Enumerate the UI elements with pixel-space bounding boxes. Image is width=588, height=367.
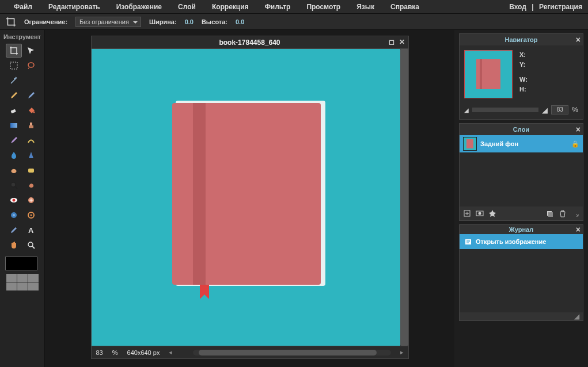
picker-tool[interactable]: [6, 223, 22, 237]
draw-tool[interactable]: [23, 133, 39, 147]
menu-help[interactable]: Справка: [382, 3, 427, 11]
zoom-input[interactable]: 83: [551, 105, 568, 114]
lasso-tool[interactable]: [23, 59, 39, 72]
close-icon[interactable]: ×: [576, 125, 581, 134]
spotheal-tool[interactable]: [23, 193, 39, 207]
menu-filter[interactable]: Фильтр: [257, 3, 299, 11]
history-label: Открыть изображение: [476, 238, 546, 245]
lock-icon[interactable]: 🔒: [571, 140, 579, 148]
register-link[interactable]: Регистрация: [539, 3, 582, 11]
move-tool[interactable]: [23, 44, 39, 58]
hand-tool[interactable]: [6, 238, 22, 252]
color-swatch[interactable]: [5, 257, 40, 270]
width-label: Ширина:: [149, 18, 177, 25]
type-tool[interactable]: A: [23, 223, 39, 237]
history-title: Журнал: [509, 226, 533, 233]
vertical-scrollbar[interactable]: [400, 49, 408, 346]
mask-icon[interactable]: [476, 209, 484, 217]
close-icon[interactable]: ✕: [398, 38, 406, 46]
layer-name[interactable]: Задний фон: [480, 140, 568, 147]
toolbox: Инструмент A: [0, 30, 45, 367]
doc-dims: 640x640 px: [127, 349, 160, 356]
gradient-tool[interactable]: [6, 118, 22, 132]
zoom-value[interactable]: 83: [96, 349, 103, 356]
zoom-pct: %: [572, 106, 578, 114]
menu-lang[interactable]: Язык: [348, 3, 382, 11]
spacer1: [23, 74, 39, 87]
close-icon[interactable]: ×: [576, 225, 581, 234]
menu-file[interactable]: Файл: [6, 3, 40, 11]
brush-tool[interactable]: [23, 89, 39, 102]
menu-view[interactable]: Просмотр: [298, 3, 348, 11]
crop-icon: [6, 17, 16, 27]
height-label: Высота:: [202, 18, 227, 25]
svg-point-20: [479, 212, 481, 215]
height-value[interactable]: 0.0: [236, 18, 244, 25]
colorreplace-tool[interactable]: [6, 133, 22, 147]
document-titlebar[interactable]: book-1784458_640 ◻ ✕: [91, 36, 409, 48]
smudge-tool[interactable]: [6, 163, 22, 177]
zoomin-icon[interactable]: ◢: [542, 106, 548, 114]
svg-point-13: [13, 214, 15, 216]
svg-rect-22: [548, 212, 553, 217]
auth-sep: |: [532, 3, 533, 11]
svg-text:A: A: [28, 226, 34, 235]
horizontal-scrollbar[interactable]: [193, 350, 390, 355]
blur-tool[interactable]: [6, 148, 22, 162]
navigator-thumb[interactable]: [464, 50, 513, 98]
burn-tool[interactable]: [23, 178, 39, 192]
document-status: 83 % 640x640 px ◂ ▸: [91, 346, 409, 359]
eraser-tool[interactable]: [6, 104, 22, 117]
layers-title: Слои: [513, 126, 529, 133]
menu-adjust[interactable]: Коррекция: [204, 3, 257, 11]
zoom-tool[interactable]: [23, 238, 39, 252]
book-image: [172, 103, 323, 287]
wand-tool[interactable]: [6, 74, 22, 87]
pencil-tool[interactable]: [6, 89, 22, 102]
zoom-slider[interactable]: ◢ ◢ 83 %: [460, 103, 583, 119]
menu-edit[interactable]: Редактировать: [40, 3, 108, 11]
svg-point-8: [11, 182, 16, 187]
navigator-panel: Навигатор× X: Y: W: H: ◢ ◢ 83 %: [459, 33, 583, 120]
palette-grid[interactable]: [6, 274, 39, 290]
layers-footer: [460, 207, 583, 220]
zoomout-icon[interactable]: ◢: [464, 107, 469, 113]
layer-row[interactable]: Задний фон 🔒: [460, 135, 583, 152]
sharpen-tool[interactable]: [23, 148, 39, 162]
merge-icon[interactable]: [546, 209, 554, 217]
resize-icon[interactable]: [571, 209, 579, 217]
clone-tool[interactable]: [23, 118, 39, 132]
constraint-select[interactable]: Без ограничения: [75, 17, 141, 27]
history-item[interactable]: Открыть изображение: [460, 234, 583, 249]
resize-icon[interactable]: ◢: [574, 312, 579, 320]
close-icon[interactable]: ×: [576, 35, 581, 44]
crop-tool[interactable]: [6, 44, 22, 58]
document-title: book-1784458_640: [219, 39, 280, 47]
constraint-label: Ограничение:: [24, 18, 67, 25]
navigator-info: X: Y: W: H:: [519, 50, 528, 98]
fx-icon[interactable]: [488, 209, 496, 217]
sponge-tool[interactable]: [23, 163, 39, 177]
options-bar: Ограничение: Без ограничения Ширина: 0.0…: [0, 14, 588, 30]
newlayer-icon[interactable]: [463, 209, 471, 217]
svg-rect-7: [28, 169, 34, 173]
login-link[interactable]: Вход: [509, 3, 526, 11]
svg-rect-4: [10, 123, 17, 128]
canvas[interactable]: [91, 48, 409, 346]
maximize-icon[interactable]: ◻: [388, 38, 396, 46]
open-icon: [464, 238, 472, 246]
svg-point-17: [28, 242, 33, 247]
pinch-tool[interactable]: [23, 208, 39, 222]
trash-icon[interactable]: [559, 209, 567, 217]
bucket-tool[interactable]: [23, 104, 39, 117]
menu-image[interactable]: Изображение: [108, 3, 170, 11]
bloat-tool[interactable]: [6, 208, 22, 222]
dodge-tool[interactable]: [6, 178, 22, 192]
redeye-tool[interactable]: [6, 193, 22, 207]
layers-panel: Слои× Задний фон 🔒: [459, 123, 583, 221]
navigator-title: Навигатор: [505, 36, 538, 43]
history-panel: Журнал× Открыть изображение ◢: [459, 224, 583, 321]
marquee-tool[interactable]: [6, 59, 22, 72]
width-value[interactable]: 0.0: [185, 18, 194, 25]
menu-layer[interactable]: Слой: [170, 3, 204, 11]
